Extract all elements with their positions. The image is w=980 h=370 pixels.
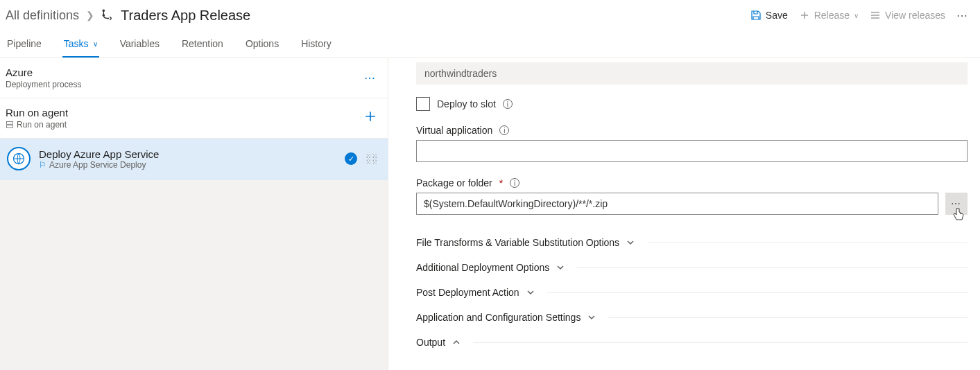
chevron-down-icon — [587, 313, 596, 321]
definition-title[interactable]: Traders App Release — [121, 8, 250, 24]
tab-tasks-label: Tasks — [64, 38, 89, 49]
info-icon[interactable]: i — [510, 178, 519, 188]
section-label: Application and Configuration Settings — [416, 312, 581, 323]
package-label: Package or folder — [416, 177, 492, 188]
breadcrumb-root[interactable]: All definitions — [6, 8, 79, 23]
header-actions: Save Release ∨ View releases ⋯ — [750, 9, 969, 22]
package-input-row: ⋯ — [416, 193, 968, 215]
virtual-app-field: Virtual application i — [416, 125, 968, 162]
save-label: Save — [766, 10, 788, 21]
task-title: Deploy Azure App Service — [39, 148, 159, 160]
plus-icon — [799, 10, 810, 21]
main-content: Azure Deployment process ⋯ Run on agent … — [0, 58, 980, 370]
chevron-right-icon: ❯ — [86, 10, 94, 21]
svg-rect-3 — [7, 125, 13, 128]
browse-button[interactable]: ⋯ — [945, 193, 968, 215]
tab-tasks[interactable]: Tasks ∨ — [62, 38, 99, 58]
azure-app-service-icon — [7, 147, 31, 170]
agent-phase-row[interactable]: Run on agent Run on agent — [0, 98, 388, 139]
deploy-to-slot-checkbox[interactable] — [416, 97, 430, 111]
chevron-down-icon — [556, 263, 565, 272]
task-sub-label: Azure App Service Deploy — [49, 160, 146, 170]
release-button[interactable]: Release — [799, 10, 850, 21]
chevron-up-icon — [452, 338, 461, 346]
left-pane: Azure Deployment process ⋯ Run on agent … — [0, 58, 388, 370]
agent-phase-text: Run on agent Run on agent — [6, 107, 68, 130]
process-header-text: Azure Deployment process — [6, 67, 81, 89]
ellipsis-icon: ⋯ — [951, 198, 962, 209]
process-header[interactable]: Azure Deployment process ⋯ — [0, 58, 388, 98]
process-subtitle: Deployment process — [6, 80, 81, 89]
task-subtitle: ⚐ Azure App Service Deploy — [39, 160, 159, 170]
chevron-down-icon — [526, 288, 535, 297]
svg-rect-2 — [7, 122, 13, 125]
deploy-to-slot-label: Deploy to slot — [437, 98, 496, 109]
release-chevron-icon[interactable]: ∨ — [854, 12, 859, 19]
agent-sub-label: Run on agent — [17, 120, 67, 130]
section-file-transforms[interactable]: File Transforms & Variable Substitution … — [416, 230, 968, 255]
section-app-config[interactable]: Application and Configuration Settings — [416, 305, 968, 330]
tab-history[interactable]: History — [300, 38, 333, 58]
info-icon[interactable]: i — [499, 125, 509, 135]
section-output[interactable]: Output — [416, 330, 968, 355]
section-post-deploy[interactable]: Post Deployment Action — [416, 280, 968, 305]
package-input[interactable] — [416, 193, 938, 215]
flag-icon: ⚐ — [39, 160, 46, 170]
breadcrumb: All definitions ❯ Traders App Release — [6, 8, 250, 24]
info-icon[interactable]: i — [503, 99, 513, 109]
section-label: Additional Deployment Options — [416, 262, 549, 273]
list-icon — [870, 10, 881, 21]
plus-icon — [364, 110, 377, 123]
tab-retention[interactable]: Retention — [180, 38, 225, 58]
release-label: Release — [814, 10, 850, 21]
section-additional-deploy[interactable]: Additional Deployment Options — [416, 255, 968, 280]
task-row-deploy[interactable]: Deploy Azure App Service ⚐ Azure App Ser… — [0, 139, 388, 179]
svg-point-0 — [103, 10, 104, 11]
process-title: Azure — [6, 67, 81, 78]
save-button[interactable]: Save — [750, 10, 788, 21]
section-label: Output — [416, 337, 445, 348]
process-more-button[interactable]: ⋯ — [364, 71, 377, 85]
agent-title: Run on agent — [6, 107, 68, 118]
left-filler — [0, 179, 388, 370]
svg-point-1 — [103, 15, 104, 16]
cursor-icon — [953, 208, 964, 224]
agent-subtitle: Run on agent — [6, 120, 68, 130]
tabs: Pipeline Tasks ∨ Variables Retention Opt… — [0, 30, 980, 58]
virtual-app-label: Virtual application — [416, 125, 492, 136]
section-label: Post Deployment Action — [416, 287, 519, 298]
task-actions: ✓ ⁙⁙⁙⁙⁙⁙ — [345, 152, 378, 165]
view-releases-button[interactable]: View releases — [870, 10, 945, 21]
virtual-app-label-row: Virtual application i — [416, 125, 968, 136]
right-pane: northwindtraders Deploy to slot i Virtua… — [388, 58, 980, 370]
server-icon — [6, 121, 14, 129]
deploy-to-slot-row: Deploy to slot i — [416, 97, 968, 111]
save-icon — [750, 10, 762, 21]
chevron-down-icon[interactable]: ∨ — [93, 40, 98, 48]
tab-options[interactable]: Options — [244, 38, 280, 58]
view-releases-label: View releases — [885, 10, 945, 21]
tab-variables[interactable]: Variables — [119, 38, 161, 58]
drag-handle-icon[interactable]: ⁙⁙⁙⁙⁙⁙ — [366, 154, 378, 164]
package-field: Package or folder * i ⋯ — [416, 177, 968, 215]
task-text: Deploy Azure App Service ⚐ Azure App Ser… — [39, 148, 159, 170]
required-marker: * — [499, 177, 503, 188]
task-enabled-badge[interactable]: ✓ — [345, 152, 357, 165]
app-service-name-value: northwindtraders — [416, 62, 968, 85]
package-label-row: Package or folder * i — [416, 177, 968, 188]
header: All definitions ❯ Traders App Release Sa… — [0, 0, 980, 30]
add-task-button[interactable] — [364, 110, 377, 126]
section-label: File Transforms & Variable Substitution … — [416, 237, 619, 248]
more-actions-button[interactable]: ⋯ — [956, 9, 969, 22]
chevron-down-icon — [626, 238, 635, 247]
release-definition-icon — [101, 9, 114, 21]
virtual-app-input[interactable] — [416, 140, 968, 162]
tab-pipeline[interactable]: Pipeline — [6, 38, 43, 58]
